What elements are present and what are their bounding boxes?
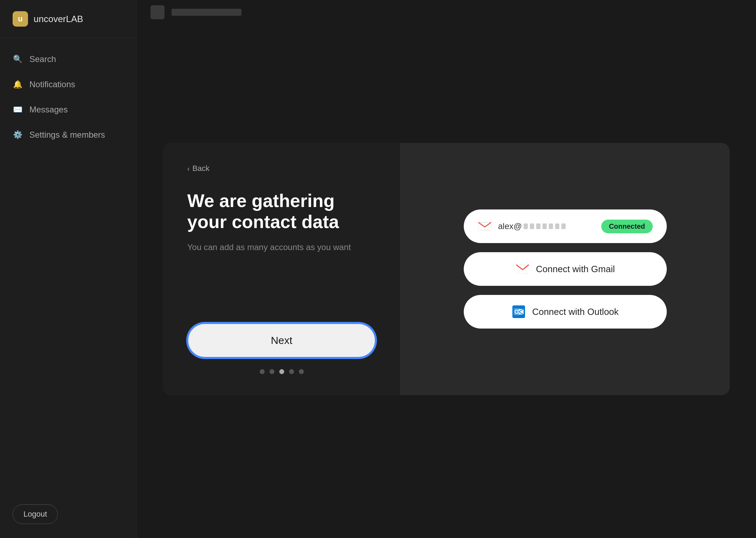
- sidebar-logo: u uncoverLAB: [0, 0, 136, 38]
- logo-icon: u: [13, 11, 28, 27]
- dot-1: [260, 369, 265, 374]
- gmail-connect-icon: [516, 262, 530, 276]
- main-content: ‹ Back We are gathering your contact dat…: [136, 0, 756, 538]
- app-name: uncoverLAB: [34, 14, 83, 25]
- connected-badge: Connected: [601, 220, 653, 233]
- dot-3-active: [279, 369, 284, 374]
- connect-outlook-label: Connect with Outlook: [532, 306, 618, 317]
- dot-5: [299, 369, 304, 374]
- back-label: Back: [192, 164, 210, 173]
- search-icon: 🔍: [13, 54, 22, 64]
- connect-gmail-card[interactable]: Connect with Gmail: [464, 252, 667, 286]
- onboarding-modal: ‹ Back We are gathering your contact dat…: [163, 143, 730, 395]
- connect-outlook-card[interactable]: O Connect with Outlook: [464, 295, 667, 329]
- svg-text:O: O: [514, 309, 519, 315]
- modal-left-panel: ‹ Back We are gathering your contact dat…: [163, 143, 401, 395]
- sidebar-item-messages[interactable]: ✉️ Messages: [0, 97, 136, 122]
- modal-right-panel: alex@ Connected: [401, 143, 730, 395]
- top-bar-icon: [150, 5, 164, 19]
- sidebar-item-search-label: Search: [29, 54, 56, 64]
- mail-icon: ✉️: [13, 105, 22, 115]
- bell-icon: 🔔: [13, 80, 22, 89]
- sidebar-item-messages-label: Messages: [29, 105, 68, 115]
- outlook-icon: O: [512, 305, 526, 319]
- top-bar-text: [172, 9, 241, 16]
- connected-email: alex@: [498, 221, 566, 231]
- pagination-dots: [187, 369, 376, 374]
- gear-icon: ⚙️: [13, 130, 22, 140]
- sidebar-item-notifications[interactable]: 🔔 Notifications: [0, 72, 136, 97]
- chevron-left-icon: ‹: [187, 165, 190, 173]
- sidebar: u uncoverLAB 🔍 Search 🔔 Notifications ✉️…: [0, 0, 136, 538]
- sidebar-item-settings[interactable]: ⚙️ Settings & members: [0, 122, 136, 147]
- back-link[interactable]: ‹ Back: [187, 164, 376, 173]
- sidebar-item-notifications-label: Notifications: [29, 80, 75, 89]
- gmail-icon: [478, 219, 492, 233]
- modal-title: We are gathering your contact data: [187, 191, 376, 233]
- sidebar-item-settings-label: Settings & members: [29, 130, 105, 140]
- sidebar-footer: Logout: [0, 490, 136, 538]
- dot-4: [289, 369, 294, 374]
- dot-2: [270, 369, 274, 374]
- sidebar-nav: 🔍 Search 🔔 Notifications ✉️ Messages ⚙️ …: [0, 38, 136, 490]
- top-bar: [136, 0, 756, 25]
- svg-rect-5: [519, 309, 524, 315]
- connect-gmail-label: Connect with Gmail: [536, 264, 615, 275]
- next-button[interactable]: Next: [187, 323, 376, 358]
- sidebar-item-search[interactable]: 🔍 Search: [0, 47, 136, 72]
- modal-subtitle: You can add as many accounts as you want: [187, 241, 376, 254]
- logout-button[interactable]: Logout: [13, 504, 58, 524]
- connected-account-card[interactable]: alex@ Connected: [464, 209, 667, 243]
